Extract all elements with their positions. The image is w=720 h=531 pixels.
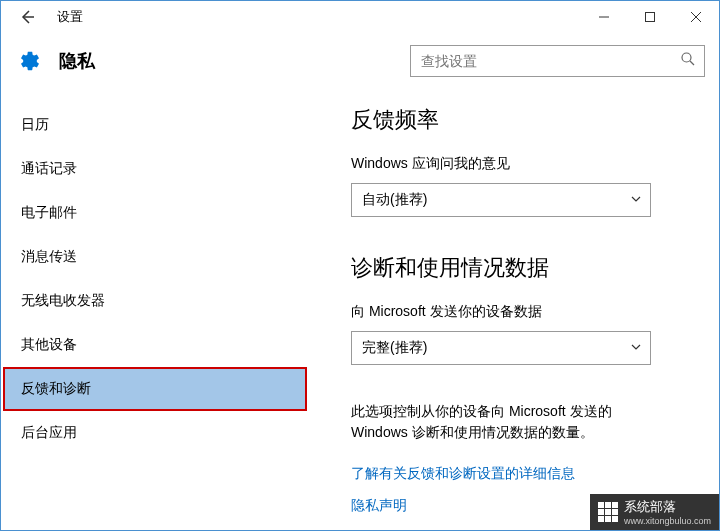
main-content: 反馈频率 Windows 应询问我的意见 自动(推荐) 诊断和使用情况数据 向 … [311, 83, 719, 530]
sidebar-item-background-apps[interactable]: 后台应用 [1, 411, 311, 455]
gear-icon [19, 50, 41, 72]
sidebar-item-feedback-diagnostics[interactable]: 反馈和诊断 [3, 367, 307, 411]
chevron-down-icon [630, 192, 642, 208]
search-icon [680, 51, 696, 71]
learn-more-link[interactable]: 了解有关反馈和诊断设置的详细信息 [351, 465, 693, 483]
watermark-logo-icon [598, 502, 618, 522]
feedback-frequency-value: 自动(推荐) [362, 191, 427, 209]
sidebar-item-other-devices[interactable]: 其他设备 [1, 323, 311, 367]
svg-point-4 [682, 53, 691, 62]
sidebar-item-radios[interactable]: 无线电收发器 [1, 279, 311, 323]
diagnostics-data-value: 完整(推荐) [362, 339, 427, 357]
sidebar: 日历 通话记录 电子邮件 消息传送 无线电收发器 其他设备 反馈和诊断 后台应用 [1, 83, 311, 530]
sidebar-item-email[interactable]: 电子邮件 [1, 191, 311, 235]
minimize-button[interactable] [581, 1, 627, 33]
sidebar-item-calendar[interactable]: 日历 [1, 103, 311, 147]
watermark: 系统部落 www.xitongbuluo.com [590, 494, 719, 530]
watermark-url: www.xitongbuluo.com [624, 516, 711, 526]
window-title: 设置 [57, 8, 83, 26]
feedback-frequency-select[interactable]: 自动(推荐) [351, 183, 651, 217]
diagnostics-data-label: 向 Microsoft 发送你的设备数据 [351, 303, 693, 321]
diagnostics-description: 此选项控制从你的设备向 Microsoft 发送的 Windows 诊断和使用情… [351, 401, 671, 443]
back-button[interactable] [13, 3, 41, 31]
svg-line-5 [690, 61, 694, 65]
section-title-diagnostics: 诊断和使用情况数据 [351, 253, 693, 283]
watermark-name: 系统部落 [624, 498, 711, 516]
search-input[interactable] [421, 53, 680, 69]
close-button[interactable] [673, 1, 719, 33]
chevron-down-icon [630, 340, 642, 356]
sidebar-item-call-history[interactable]: 通话记录 [1, 147, 311, 191]
search-box[interactable] [410, 45, 705, 77]
diagnostics-data-select[interactable]: 完整(推荐) [351, 331, 651, 365]
maximize-button[interactable] [627, 1, 673, 33]
page-title: 隐私 [59, 49, 95, 73]
section-title-feedback: 反馈频率 [351, 105, 693, 135]
sidebar-item-messaging[interactable]: 消息传送 [1, 235, 311, 279]
feedback-frequency-label: Windows 应询问我的意见 [351, 155, 693, 173]
svg-rect-1 [646, 13, 655, 22]
